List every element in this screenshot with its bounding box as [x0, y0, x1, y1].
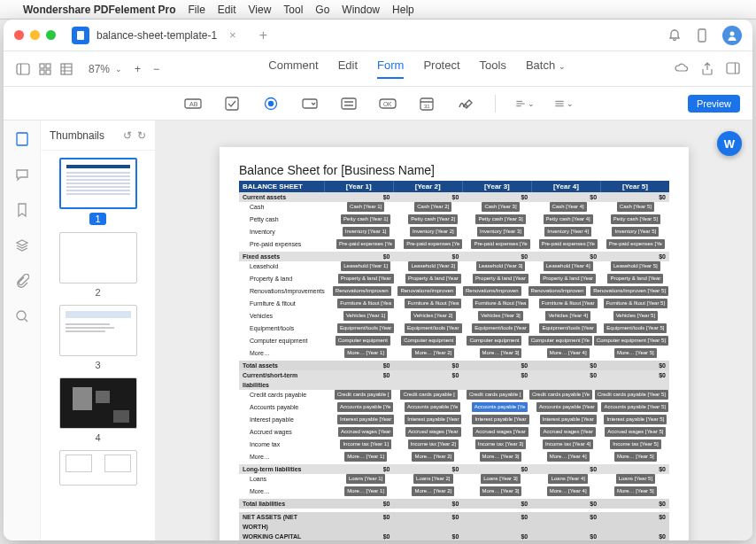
form-field[interactable]: Petty cash [Year 3]	[475, 214, 525, 224]
thumbnails-rail-icon[interactable]	[14, 131, 30, 147]
form-field[interactable]: Loans [Year 4]	[548, 474, 587, 484]
form-field[interactable]: Loans [Year 5]	[616, 474, 655, 484]
new-tab-icon[interactable]: +	[259, 27, 267, 43]
thumbnail-page-4[interactable]: 4	[41, 377, 155, 443]
bell-icon[interactable]	[667, 28, 682, 43]
form-field[interactable]: Accounts payable [Ye	[472, 402, 528, 412]
form-field[interactable]: Pre-paid expenses [Ye	[539, 239, 598, 249]
form-field[interactable]: Income tax [Year 2]	[408, 439, 459, 449]
form-field[interactable]: Property & land [Year	[540, 274, 596, 284]
rotate-right-icon[interactable]: ↻	[137, 129, 146, 142]
menu-file[interactable]: File	[189, 4, 205, 16]
checkbox-tool[interactable]	[222, 95, 242, 113]
form-field[interactable]: Furniture & fitout [Yea	[405, 299, 461, 308]
form-field[interactable]: Leasehold [Year 5]	[611, 261, 660, 271]
form-field[interactable]: Credit cards payable [	[467, 390, 523, 400]
form-field[interactable]: Pre-paid expenses [Ye	[336, 239, 395, 249]
form-field[interactable]: Equipment/tools [Year	[539, 323, 596, 333]
menu-window[interactable]: Window	[342, 4, 380, 16]
form-field[interactable]: More… [Year 1]	[344, 348, 387, 358]
form-field[interactable]: More… [Year 4]	[547, 452, 590, 462]
form-field[interactable]: More… [Year 4]	[547, 348, 590, 358]
form-field[interactable]: Property & land [Year	[338, 274, 394, 284]
date-field-tool[interactable]: 31	[417, 95, 436, 113]
align-tool[interactable]: ⌄	[515, 95, 535, 113]
preview-button[interactable]: Preview	[688, 95, 740, 113]
form-field[interactable]: Renovations/improven	[397, 286, 456, 296]
form-field[interactable]: Interest payable [Year	[540, 415, 597, 424]
form-field[interactable]: Computer equipment [Year 5]	[594, 336, 668, 346]
thumbnail-page-1[interactable]: 1	[41, 158, 155, 225]
device-icon[interactable]	[696, 28, 708, 43]
form-field[interactable]: Interest payable [Year 5]	[604, 415, 667, 424]
form-field[interactable]: Accrued wages [Year	[338, 427, 393, 437]
form-field[interactable]: Cash [Year 4]	[550, 202, 587, 212]
form-field[interactable]: Cash [Year 2]	[414, 202, 451, 212]
form-field[interactable]: Interest payable [Year	[337, 415, 394, 424]
form-field[interactable]: Credit cards payable [Year 5]	[595, 390, 668, 400]
form-field[interactable]: Computer equipment	[336, 336, 390, 346]
form-field[interactable]: Loans [Year 3]	[481, 474, 520, 484]
form-field[interactable]: Vehicles [Year 5]	[613, 311, 658, 321]
form-field[interactable]: Inventory [Year 4]	[544, 227, 591, 237]
menu-go[interactable]: Go	[315, 4, 329, 16]
menu-view[interactable]: View	[249, 4, 272, 16]
form-field[interactable]: Inventory [Year 1]	[343, 227, 390, 237]
form-field[interactable]: Renovations/improven	[463, 286, 521, 296]
form-field[interactable]: Equipment/tools [Year	[405, 323, 461, 333]
form-field[interactable]: Furniture & fitout [Yea	[337, 299, 394, 308]
form-field[interactable]: More… [Year 5]	[614, 348, 657, 358]
menu-tool[interactable]: Tool	[283, 4, 303, 16]
form-field[interactable]: Interest payable [Year	[405, 415, 461, 424]
form-field[interactable]: Interest payable [Year	[472, 415, 528, 424]
form-field[interactable]: Inventory [Year 3]	[477, 227, 524, 237]
dropdown-tool[interactable]	[300, 95, 320, 113]
form-field[interactable]: Property & land [Year	[473, 274, 528, 284]
form-field[interactable]: More… [Year 5]	[614, 486, 657, 496]
form-field[interactable]: Loans [Year 2]	[413, 474, 452, 484]
cloud-sync-icon[interactable]	[675, 62, 689, 76]
form-field[interactable]: Computer equipment [Ye	[528, 336, 592, 346]
form-field[interactable]: Renovations/improven	[333, 286, 391, 296]
more-actions-tool[interactable]: ⌄	[554, 95, 574, 113]
form-field[interactable]: More… [Year 2]	[412, 452, 454, 462]
form-field[interactable]: Accounts payable [Ye	[337, 402, 394, 412]
radio-button-tool[interactable]	[261, 95, 281, 113]
form-field[interactable]: More… [Year 1]	[344, 452, 387, 462]
form-field[interactable]: Leasehold [Year 3]	[476, 261, 526, 271]
signature-tool[interactable]	[456, 95, 475, 113]
form-field[interactable]: More… [Year 2]	[412, 486, 454, 496]
thumbnails-list[interactable]: 1 2 3 4	[41, 151, 155, 540]
list-box-tool[interactable]	[339, 95, 359, 113]
form-field[interactable]: Accrued wages [Year	[405, 427, 460, 437]
share-icon[interactable]	[701, 62, 714, 76]
form-field[interactable]: Credit cards payable [	[335, 390, 391, 400]
form-field[interactable]: Petty cash [Year 4]	[544, 214, 593, 224]
form-field[interactable]: Vehicles [Year 2]	[411, 311, 455, 321]
form-field[interactable]: Leasehold [Year 4]	[544, 261, 593, 271]
form-field[interactable]: Furniture & fitout [Yea	[473, 299, 529, 308]
word-export-icon[interactable]: W	[717, 131, 742, 156]
form-field[interactable]: More… [Year 5]	[614, 452, 657, 462]
user-avatar[interactable]	[722, 26, 742, 45]
menu-help[interactable]: Help	[392, 4, 414, 16]
form-field[interactable]: Income tax [Year 3]	[475, 439, 526, 449]
form-field[interactable]: Equipment/tools [Year	[337, 323, 394, 333]
close-window[interactable]	[14, 30, 24, 40]
form-field[interactable]: Leasehold [Year 1]	[341, 261, 390, 271]
form-field[interactable]: Renovations/improven [Year 5]	[590, 286, 668, 296]
form-field[interactable]: Inventory [Year 2]	[410, 227, 457, 237]
rotate-left-icon[interactable]: ↺	[123, 129, 132, 142]
form-field[interactable]: Income tax [Year 1]	[340, 439, 390, 449]
form-field[interactable]: Cash [Year 5]	[617, 202, 654, 212]
maximize-window[interactable]	[46, 30, 56, 40]
app-name[interactable]: Wondershare PDFelement Pro	[23, 4, 176, 16]
search-rail-icon[interactable]	[14, 308, 30, 324]
form-field[interactable]: Pre-paid expenses [Ye	[471, 239, 529, 249]
zoom-dropdown-icon[interactable]: ⌄	[115, 65, 122, 74]
comments-rail-icon[interactable]	[14, 167, 30, 183]
thumbnail-page-5[interactable]	[41, 450, 155, 486]
form-field[interactable]: Accounts payable [Year 5]	[601, 402, 668, 412]
form-field[interactable]: Computer equipment	[401, 336, 456, 346]
form-field[interactable]: Property & land [Year	[607, 274, 663, 284]
